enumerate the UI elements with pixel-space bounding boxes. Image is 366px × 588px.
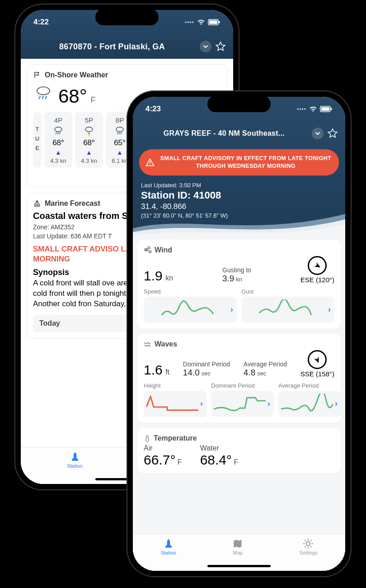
wind-sparklines: Speed › Gust › [144, 288, 334, 323]
hour-time: 5P [85, 116, 93, 124]
station-id: Station ID: 41008 [141, 190, 337, 201]
notch [95, 9, 159, 25]
onshore-heading-text: On-Shore Weather [45, 71, 108, 79]
sparkline-icon [146, 299, 229, 320]
warning-icon [145, 158, 155, 167]
spark-label: Gust [241, 288, 334, 295]
phone-front-screen: 4:23 •••• GRAYS REEF - 40 NM Southeast..… [133, 97, 345, 571]
phone-front-frame: 4:23 •••• GRAYS REEF - 40 NM Southeast..… [127, 90, 352, 577]
battery-icon [320, 106, 333, 112]
average-period-block: Average Period 4.8 sec [244, 360, 287, 378]
sparkline-icon [244, 299, 326, 320]
hour-temp: 68° [52, 138, 64, 147]
wind-values-row: 1.9 kn Gusting to 3.9 kn ESE (120°) [144, 256, 334, 284]
compass-icon [308, 350, 327, 369]
wind-icon [144, 246, 152, 254]
svg-point-6 [116, 127, 123, 132]
wave-direction-block: SSE (158°) [300, 350, 334, 378]
average-label: Average Period [244, 360, 287, 368]
clock: 4:22 [33, 18, 49, 27]
location-dropdown-button[interactable] [312, 128, 324, 139]
thermometer-icon [144, 434, 151, 442]
wave-height: 1.6 [144, 362, 163, 377]
spark-speed[interactable]: Speed › [144, 288, 237, 323]
svg-point-3 [37, 87, 50, 95]
air-temp: 66.7° [144, 452, 175, 467]
favorite-star-button[interactable] [215, 41, 226, 52]
hour-wind: 6.1 kn [112, 157, 127, 164]
sparkline-icon [281, 394, 333, 414]
spark-label: Height [144, 382, 206, 389]
tab-station[interactable]: Station [161, 538, 176, 555]
svg-rect-2 [219, 21, 220, 24]
tab-settings[interactable]: Settings [300, 538, 318, 555]
home-indicator[interactable] [207, 565, 271, 567]
location-dropdown-button[interactable] [200, 41, 211, 52]
hour-wind: 4.3 kn [50, 157, 66, 164]
hour-time: 8P [116, 116, 124, 124]
advisory-text: SMALL CRAFT ADVISORY IN EFFECT FROM LATE… [159, 155, 333, 170]
notch [207, 96, 271, 112]
cellular-dots-icon: •••• [185, 19, 194, 25]
favorite-star-button[interactable] [327, 128, 338, 139]
tab-map[interactable]: Map [232, 538, 244, 555]
spark-average[interactable]: Average Period › [278, 382, 341, 417]
sailboat-icon [33, 199, 41, 208]
location-title[interactable]: 8670870 - Fort Pulaski, GA [28, 42, 196, 52]
wifi-icon [197, 19, 205, 25]
status-icons: •••• [185, 19, 221, 25]
hour-time: 4P [54, 116, 62, 124]
location-header-row: GRAYS REEF - 40 NM Southeast... [133, 124, 345, 146]
flag-icon [33, 71, 41, 79]
tab-settings-label: Settings [300, 550, 318, 555]
spark-height[interactable]: Height › [144, 382, 206, 417]
svg-rect-9 [321, 107, 329, 111]
hour-col-0: 4P 68° ▲ 4.3 kn [44, 112, 72, 168]
wind-panel: Wind 1.9 kn Gusting to 3.9 kn [137, 240, 341, 328]
wifi-icon [309, 106, 317, 112]
wind-direction-block: ESE (120°) [300, 256, 334, 284]
spark-gust[interactable]: Gust › [241, 288, 334, 323]
day-tab[interactable]: TUE [33, 112, 42, 168]
tab-station-label: Station [67, 463, 82, 469]
water-label: Water [200, 444, 239, 452]
wind-direction: ESE (120°) [300, 276, 334, 284]
wind-arrow-icon: ▲ [86, 149, 92, 156]
gear-icon [302, 538, 314, 550]
temperature-values: Air 66.7° F Water 68.4° F [144, 444, 334, 468]
wind-gust-block: Gusting to 3.9 kn [222, 266, 251, 284]
svg-rect-10 [331, 108, 332, 110]
rain-icon [34, 84, 53, 103]
wind-arrow-icon: ▲ [55, 149, 61, 156]
wave-divider [133, 210, 345, 236]
header-front: 4:23 •••• GRAYS REEF - 40 NM Southeast..… [133, 97, 345, 235]
sparkline-icon [146, 394, 198, 414]
gust-value: 3.9 [222, 274, 234, 283]
hour-wind: 4.3 kn [81, 157, 97, 164]
battery-icon [208, 19, 221, 25]
waves-values-row: 1.6 ft Dominant Period 14.0 sec Average … [144, 350, 334, 378]
chevron-right-icon: › [328, 305, 331, 314]
chevron-down-icon [315, 131, 320, 136]
wind-speed: 1.9 [144, 268, 163, 283]
star-icon [215, 41, 226, 52]
gust-unit: kn [236, 276, 242, 283]
temperature-heading: Temperature [144, 434, 334, 442]
gust-label: Gusting to [222, 266, 251, 274]
map-icon [232, 538, 244, 550]
advisory-banner[interactable]: SMALL CRAFT ADVISORY IN EFFECT FROM LATE… [139, 149, 339, 175]
wave-direction: SSE (158°) [300, 370, 334, 378]
cellular-dots-icon: •••• [297, 106, 306, 112]
chevron-right-icon: › [335, 399, 338, 408]
buoy-icon [163, 538, 174, 550]
svg-point-4 [55, 127, 62, 132]
wind-speed-unit: kn [165, 274, 173, 282]
tab-station[interactable]: Station [67, 451, 82, 469]
marine-heading-text: Marine Forecast [45, 199, 100, 208]
wind-arrow-icon: ▲ [117, 149, 123, 156]
location-title[interactable]: GRAYS REEF - 40 NM Southeast... [140, 129, 308, 138]
spark-dominant[interactable]: Dominant Period › [211, 382, 274, 417]
front-body[interactable]: Wind 1.9 kn Gusting to 3.9 kn [133, 235, 345, 571]
air-temp-block: Air 66.7° F [144, 444, 182, 468]
star-icon [327, 128, 338, 139]
